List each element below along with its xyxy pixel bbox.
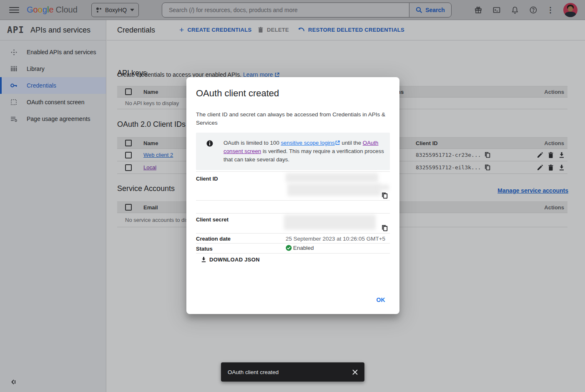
oauth-clients-heading: OAuth 2.0 Client IDs (117, 120, 186, 129)
sidebar-header: API APIs and services (0, 20, 106, 40)
hamburger-menu-icon[interactable] (9, 5, 19, 15)
notifications-bell-icon[interactable] (510, 5, 520, 15)
divider (196, 213, 390, 214)
plus-icon: + (179, 27, 184, 33)
download-json-button[interactable]: DOWNLOAD JSON (201, 256, 260, 263)
manage-service-accounts-link[interactable]: Manage service accounts (497, 187, 568, 194)
client-secret-redacted-value (284, 215, 376, 230)
search-input[interactable] (162, 3, 409, 18)
sidebar-item-page-usage[interactable]: Page usage agreements (0, 111, 106, 127)
sidebar-item-oauth-consent[interactable]: OAuth consent screen (0, 94, 106, 111)
top-app-bar: Google Cloud BoxyHQ Search ⋮ (0, 0, 585, 20)
copy-icon[interactable] (485, 164, 490, 171)
verification-notice: OAuth is limited to 100 sensitive scope … (196, 133, 390, 170)
key-icon (10, 82, 18, 89)
edit-icon[interactable] (537, 164, 543, 171)
oauth-client-created-dialog: OAuth client created The client ID and s… (186, 77, 399, 314)
divider (196, 233, 390, 234)
check-circle-icon (286, 245, 292, 251)
restore-deleted-credentials-button[interactable]: RESTORE DELETED CREDENTIALS (298, 27, 404, 33)
global-search: Search (162, 3, 452, 18)
external-link-icon (335, 141, 340, 145)
divider (196, 243, 390, 244)
toast-message: OAuth client created (228, 369, 279, 375)
client-id-label: Client ID (196, 176, 218, 182)
sidebar-title: APIs and services (30, 26, 90, 35)
info-icon (206, 140, 213, 147)
delete-icon[interactable] (547, 164, 554, 171)
sensitive-scope-logins-link[interactable]: sensitive scope logins (281, 140, 334, 146)
creation-date-value: 25 September 2023 at 10:26:05 GMT+5 (286, 236, 385, 242)
library-icon (10, 65, 18, 73)
download-icon[interactable] (558, 164, 565, 171)
divider (196, 200, 390, 201)
row-checkbox[interactable] (125, 164, 132, 171)
cloud-shell-icon[interactable] (492, 5, 502, 15)
topbar-icons: ⋮ (473, 0, 585, 20)
notice-text: OAuth is limited to 100 sensitive scope … (223, 139, 384, 164)
search-icon (416, 7, 422, 13)
ok-button[interactable]: OK (373, 294, 389, 306)
collapse-sidebar-icon[interactable] (10, 379, 17, 385)
google-cloud-logo[interactable]: Google Cloud (27, 5, 78, 15)
undo-icon (298, 27, 305, 33)
client-id-redacted-value (287, 183, 381, 196)
consent-screen-icon (10, 98, 18, 106)
api-keys-heading: API keys (117, 69, 147, 78)
create-credentials-button[interactable]: + CREATE CREDENTIALS (179, 27, 251, 33)
download-icon[interactable] (558, 152, 565, 158)
row-checkbox[interactable] (125, 152, 132, 158)
delete-button[interactable]: DELETE (258, 27, 289, 33)
divider (196, 171, 390, 172)
status-label: Status (196, 246, 213, 252)
agreements-icon (10, 115, 18, 123)
client-link[interactable]: Local (143, 164, 156, 171)
api-logo: API (7, 25, 24, 35)
select-all-checkbox[interactable] (125, 204, 132, 211)
project-selector[interactable]: BoxyHQ (91, 3, 139, 17)
enabled-apis-icon (10, 48, 18, 56)
creation-date-label: Creation date (196, 236, 231, 242)
toast-snackbar: OAuth client created (221, 362, 364, 382)
edit-icon[interactable] (537, 152, 543, 158)
copy-icon[interactable] (485, 152, 490, 158)
copy-client-secret-icon[interactable] (382, 225, 388, 231)
sidebar-item-credentials[interactable]: Credentials (0, 77, 106, 94)
client-link[interactable]: Web client 2 (143, 152, 173, 158)
search-button-label: Search (425, 7, 445, 13)
toast-close-icon[interactable] (351, 368, 359, 376)
sidebar-item-library[interactable]: Library (0, 60, 106, 77)
client-id-redacted-value (378, 185, 389, 190)
download-icon (201, 256, 207, 263)
trash-icon (258, 27, 264, 33)
user-avatar[interactable] (563, 3, 577, 17)
sidebar: API APIs and services Enabled APIs and s… (0, 20, 106, 392)
select-all-checkbox[interactable] (125, 88, 132, 95)
dialog-body-text: The client ID and secret can always be a… (196, 111, 386, 127)
project-name: BoxyHQ (105, 7, 127, 13)
chevron-down-icon (130, 9, 134, 11)
service-accounts-heading: Service Accounts (117, 184, 175, 193)
dialog-title: OAuth client created (196, 88, 279, 99)
project-icon (96, 7, 102, 13)
page-header: Credentials + CREATE CREDENTIALS DELETE … (107, 20, 585, 40)
delete-icon[interactable] (547, 152, 554, 158)
client-id-redacted-value (286, 173, 378, 182)
copy-client-id-icon[interactable] (382, 192, 388, 199)
search-button[interactable]: Search (409, 3, 452, 18)
sidebar-item-enabled-apis[interactable]: Enabled APIs and services (0, 44, 106, 60)
divider (196, 253, 390, 254)
select-all-checkbox[interactable] (125, 140, 132, 146)
gift-icon[interactable] (473, 5, 483, 15)
overflow-menu-icon[interactable]: ⋮ (547, 5, 553, 15)
help-icon[interactable] (528, 5, 538, 15)
client-secret-label: Client secret (196, 216, 228, 223)
external-link-icon (275, 73, 279, 77)
status-value: Enabled (286, 245, 314, 251)
page-title: Credentials (117, 26, 155, 35)
